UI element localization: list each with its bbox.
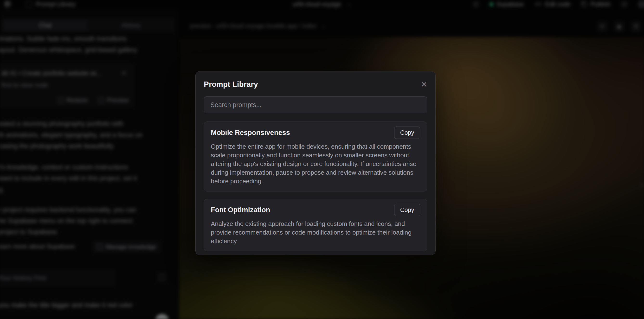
prompt-description: Analyze the existing approach for loadin…: [211, 220, 420, 246]
prompt-list: Mobile Responsiveness Copy Optimize the …: [204, 122, 427, 255]
modal-title: Prompt Library: [204, 80, 258, 89]
copy-button[interactable]: Copy: [394, 204, 420, 216]
prompt-library-modal: Prompt Library ✕ Mobile Responsiveness C…: [196, 71, 436, 255]
prompt-title: Font Optimization: [211, 206, 270, 214]
search-bar: [204, 96, 427, 113]
close-icon[interactable]: ✕: [421, 81, 427, 88]
screen: Prompt Library urfd-cloud-voyage ⌄ Supab…: [0, 0, 644, 319]
search-input[interactable]: [204, 101, 427, 109]
copy-button[interactable]: Copy: [394, 126, 420, 139]
prompt-description: Optimize the entire app for mobile devic…: [211, 142, 420, 186]
prompt-card: Mobile Responsiveness Copy Optimize the …: [204, 122, 427, 192]
prompt-card: Font Optimization Copy Analyze the exist…: [204, 199, 427, 252]
prompt-title: Mobile Responsiveness: [211, 129, 290, 137]
